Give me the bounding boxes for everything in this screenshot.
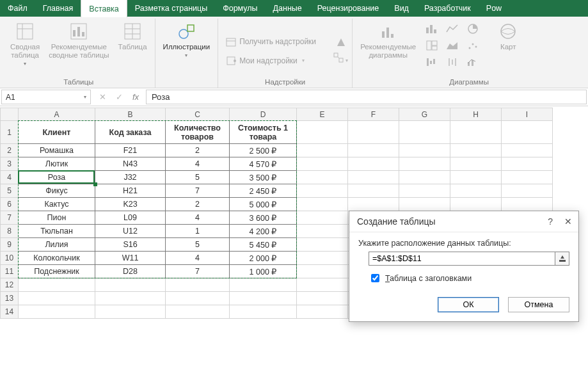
cell-F4[interactable] bbox=[348, 171, 399, 184]
cell-A10[interactable]: Колокольчик bbox=[19, 252, 95, 265]
cell-D5[interactable]: 2 450 ₽ bbox=[230, 184, 297, 198]
maps-button[interactable]: Карт bbox=[485, 19, 522, 52]
cell-H3[interactable] bbox=[450, 157, 502, 171]
cell-C4[interactable]: 5 bbox=[166, 171, 230, 184]
row-header-6[interactable]: 6 bbox=[1, 198, 19, 211]
tab-review[interactable]: Рецензирование bbox=[310, 0, 387, 17]
chevron-down-icon[interactable]: ▾ bbox=[84, 94, 86, 100]
tab-home[interactable]: Главная bbox=[35, 0, 81, 17]
treemap-chart-icon[interactable] bbox=[422, 38, 441, 53]
headers-checkbox-label[interactable]: Таблица с заголовками bbox=[385, 274, 472, 283]
waterfall-chart-icon[interactable] bbox=[422, 54, 441, 70]
cell-A7[interactable]: Пион bbox=[19, 211, 95, 225]
my-addins-button[interactable]: Мои надстройки ▾ bbox=[222, 54, 308, 68]
row-header-3[interactable]: 3 bbox=[1, 157, 19, 171]
cell-G2[interactable] bbox=[399, 144, 450, 157]
cell-B2[interactable]: F21 bbox=[95, 144, 166, 157]
cell-B4[interactable]: J32 bbox=[95, 171, 166, 184]
cell-C1[interactable]: Количествотоваров bbox=[166, 121, 230, 144]
row-header-1[interactable]: 1 bbox=[1, 121, 19, 144]
tab-insert[interactable]: Вставка bbox=[81, 0, 127, 17]
help-button[interactable]: ? bbox=[548, 216, 553, 227]
col-header-B[interactable]: B bbox=[95, 108, 166, 121]
range-input[interactable] bbox=[369, 252, 555, 266]
cell-E2[interactable] bbox=[297, 144, 348, 157]
cell-E12[interactable] bbox=[297, 278, 348, 292]
recommended-pivot-button[interactable]: Рекомендуемые сводные таблицы bbox=[45, 19, 113, 61]
col-header-G[interactable]: G bbox=[399, 108, 450, 121]
cell-A11[interactable]: Подснежник bbox=[19, 265, 95, 278]
formula-input[interactable]: Роза bbox=[146, 90, 587, 104]
stock-chart-icon[interactable] bbox=[443, 54, 462, 70]
row-header-10[interactable]: 10 bbox=[1, 252, 19, 265]
cell-B13[interactable] bbox=[95, 292, 166, 305]
cell-D3[interactable]: 4 570 ₽ bbox=[230, 157, 297, 171]
cell-E10[interactable] bbox=[297, 252, 348, 265]
area-chart-icon[interactable] bbox=[443, 38, 462, 53]
col-header-F[interactable]: F bbox=[348, 108, 399, 121]
visio-icon[interactable]: ▾ bbox=[333, 52, 348, 63]
cell-E4[interactable] bbox=[297, 171, 348, 184]
row-header-5[interactable]: 5 bbox=[1, 184, 19, 198]
col-header-D[interactable]: D bbox=[230, 108, 297, 121]
cell-I5[interactable] bbox=[502, 184, 553, 198]
row-header-8[interactable]: 8 bbox=[1, 225, 19, 238]
cell-B11[interactable]: D28 bbox=[95, 265, 166, 278]
cell-G3[interactable] bbox=[399, 157, 450, 171]
cell-B7[interactable]: L09 bbox=[95, 211, 166, 225]
cell-A6[interactable]: Кактус bbox=[19, 198, 95, 211]
cell-B3[interactable]: N43 bbox=[95, 157, 166, 171]
cell-C11[interactable]: 7 bbox=[166, 265, 230, 278]
cell-E7[interactable] bbox=[297, 211, 348, 225]
cancel-button[interactable]: Отмена bbox=[508, 297, 569, 312]
cell-C3[interactable]: 4 bbox=[166, 157, 230, 171]
cell-D7[interactable]: 3 600 ₽ bbox=[230, 211, 297, 225]
cell-E14[interactable] bbox=[297, 305, 348, 319]
cell-D10[interactable]: 2 000 ₽ bbox=[230, 252, 297, 265]
cell-C9[interactable]: 5 bbox=[166, 238, 230, 252]
cell-B1[interactable]: Код заказа bbox=[95, 121, 166, 144]
cell-C6[interactable]: 2 bbox=[166, 198, 230, 211]
cell-F1[interactable] bbox=[348, 121, 399, 144]
tab-view[interactable]: Вид bbox=[386, 0, 417, 17]
cell-C8[interactable]: 1 bbox=[166, 225, 230, 238]
cell-H4[interactable] bbox=[450, 171, 502, 184]
cell-A2[interactable]: Ромашка bbox=[19, 144, 95, 157]
cell-D6[interactable]: 5 000 ₽ bbox=[230, 198, 297, 211]
cell-G5[interactable] bbox=[399, 184, 450, 198]
cell-B8[interactable]: U12 bbox=[95, 225, 166, 238]
table-button[interactable]: Таблица bbox=[115, 19, 151, 52]
row-header-2[interactable]: 2 bbox=[1, 144, 19, 157]
row-header-12[interactable]: 12 bbox=[1, 278, 19, 292]
combo-chart-icon[interactable] bbox=[463, 54, 482, 70]
cell-A12[interactable] bbox=[19, 278, 95, 292]
cell-G6[interactable] bbox=[399, 198, 450, 211]
headers-checkbox[interactable] bbox=[371, 274, 379, 282]
fx-button[interactable]: fx bbox=[128, 92, 143, 102]
cancel-formula-button[interactable]: ✕ bbox=[95, 92, 110, 102]
row-header-7[interactable]: 7 bbox=[1, 211, 19, 225]
close-button[interactable]: ✕ bbox=[564, 216, 572, 227]
cell-H2[interactable] bbox=[450, 144, 502, 157]
range-picker-button[interactable] bbox=[555, 252, 569, 266]
tab-page-layout[interactable]: Разметка страницы bbox=[127, 0, 215, 17]
cell-D4[interactable]: 3 500 ₽ bbox=[230, 171, 297, 184]
cell-A4[interactable]: Роза bbox=[19, 171, 95, 184]
cell-H5[interactable] bbox=[450, 184, 502, 198]
col-header-I[interactable]: I bbox=[502, 108, 553, 121]
cell-F3[interactable] bbox=[348, 157, 399, 171]
cell-D14[interactable] bbox=[230, 305, 297, 319]
enter-formula-button[interactable]: ✓ bbox=[111, 92, 127, 102]
col-header-H[interactable]: H bbox=[450, 108, 502, 121]
cell-D2[interactable]: 2 500 ₽ bbox=[230, 144, 297, 157]
cell-B6[interactable]: K23 bbox=[95, 198, 166, 211]
cell-E11[interactable] bbox=[297, 265, 348, 278]
cell-G4[interactable] bbox=[399, 171, 450, 184]
col-header-A[interactable]: A bbox=[19, 108, 95, 121]
tab-developer[interactable]: Разработчик bbox=[417, 0, 479, 17]
cell-A9[interactable]: Лилия bbox=[19, 238, 95, 252]
cell-I2[interactable] bbox=[502, 144, 553, 157]
scatter-chart-icon[interactable] bbox=[463, 38, 482, 53]
bing-maps-icon[interactable] bbox=[335, 36, 347, 50]
illustrations-button[interactable]: Иллюстрации ▾ bbox=[159, 19, 214, 60]
